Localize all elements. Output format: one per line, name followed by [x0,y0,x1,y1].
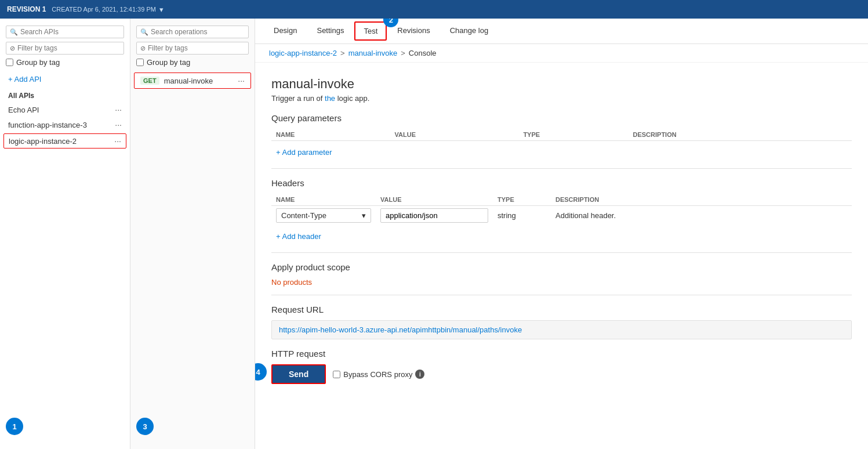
sidebar-search-box[interactable]: 🔍 [6,26,124,38]
sidebar-item-name: function-app-instance-3 [8,121,115,129]
header-col-name: NAME [271,194,376,206]
search-operations-input[interactable] [151,28,245,36]
group-by-tag-checkbox[interactable] [6,59,13,66]
echo-api-dots[interactable]: ··· [115,105,122,114]
middle-search-box[interactable]: 🔍 [136,26,249,38]
query-params-title: Query parameters [271,113,852,123]
header-row: Content-Type ▾ string Additional header. [271,206,852,226]
bypass-cors-label: Bypass CORS proxy [343,370,412,379]
bypass-cors-checkbox[interactable] [333,371,340,378]
top-bar: REVISION 1 CREATED Apr 6, 2021, 12:41:39… [0,0,868,19]
header-type-cell: string [493,206,551,226]
api-subtitle: Trigger a run of the logic app. [271,94,852,103]
all-apis-label: All APIs [0,87,130,102]
sidebar-item-function-app[interactable]: function-app-instance-3 ··· [0,117,130,132]
function-app-dots[interactable]: ··· [115,120,122,129]
filter-icon: ⊘ [10,45,15,52]
revision-dropdown-icon[interactable]: ▾ [159,5,164,14]
sidebar-item-name: Echo API [8,106,115,114]
content-type-select[interactable]: Content-Type ▾ [276,208,371,223]
tab-test[interactable]: Test 2 [354,21,387,41]
step-badge-3: 3 [136,418,154,435]
http-request-title: HTTP request [271,349,852,359]
created-label: CREATED Apr 6, 2021, 12:41:39 PM [52,6,156,13]
sidebar-item-echo-api[interactable]: Echo API ··· [0,102,130,117]
tab-settings[interactable]: Settings [307,20,353,42]
content-panel: Design Settings Test 2 Revisions Change … [255,19,868,449]
middle-group-by: Group by tag [136,58,249,67]
header-col-value: VALUE [376,194,493,206]
breadcrumb-sep-1: > [340,49,345,57]
col-type: TYPE [518,129,628,141]
content-type-input[interactable] [380,208,488,223]
no-products-label: No products [271,278,852,287]
add-parameter-label: + Add parameter [276,148,332,157]
send-button[interactable]: Send [271,364,326,384]
bypass-cors-container: Bypass CORS proxy i [333,370,424,379]
revision-label: REVISION 1 [7,5,46,13]
logic-app-dots[interactable]: ··· [114,136,121,146]
col-value: VALUE [390,129,519,141]
step-badge-4: 4 [255,363,267,381]
request-url-box: https://apim-hello-world-3.azure-api.net… [271,320,852,339]
operation-manual-invoke[interactable]: GET manual-invoke ··· [134,73,251,89]
info-icon[interactable]: i [415,370,424,379]
divider-1 [271,168,852,169]
group-by-label: Group by tag [16,58,60,67]
breadcrumb-part-2[interactable]: manual-invoke [348,49,398,57]
header-col-desc: DESCRIPTION [551,194,852,206]
middle-filter-tags-input[interactable] [148,44,245,52]
middle-filter-icon: ⊘ [140,45,146,52]
breadcrumb-part-1[interactable]: logic-app-instance-2 [269,49,337,57]
tabs-bar: Design Settings Test 2 Revisions Change … [255,19,868,44]
sidebar-item-name: logic-app-instance-2 [9,137,114,146]
divider-3 [271,295,852,295]
search-apis-input[interactable] [20,28,120,36]
content-type-value: Content-Type [281,211,326,220]
breadcrumb-sep-2: > [401,49,405,57]
middle-group-by-label: Group by tag [147,58,190,67]
headers-title: Headers [271,178,852,188]
header-col-type: TYPE [493,194,551,206]
divider-2 [271,252,852,253]
col-name: NAME [271,129,390,141]
breadcrumb-current: Console [409,49,437,57]
tab-design[interactable]: Design [264,20,306,42]
filter-by-tags-input[interactable] [17,44,120,52]
left-sidebar: 🔍 ⊘ Group by tag + Add API All APIs Echo… [0,19,130,449]
search-icon: 🔍 [10,28,18,36]
content-type-chevron: ▾ [362,211,366,220]
main-layout: 🔍 ⊘ Group by tag + Add API All APIs Echo… [0,19,868,449]
operation-dots[interactable]: ··· [238,76,245,85]
search-operations-icon: 🔍 [140,28,148,36]
sidebar-filter-box[interactable]: ⊘ [6,42,124,55]
step-badge-1: 1 [6,418,23,435]
api-title: manual-invoke [271,77,852,92]
send-row: 4 Send Bypass CORS proxy i [271,364,852,384]
add-api-button[interactable]: + Add API [0,71,130,87]
query-params-table: NAME VALUE TYPE DESCRIPTION [271,129,852,141]
product-scope-title: Apply product scope [271,262,852,272]
middle-panel: 🔍 ⊘ Group by tag GET manual-invoke ··· 3 [130,19,255,449]
tab-changelog[interactable]: Change log [441,20,498,42]
add-header-button[interactable]: + Add header [271,230,852,243]
add-header-label: + Add header [276,232,321,241]
operation-name: manual-invoke [164,77,238,85]
headers-table: NAME VALUE TYPE DESCRIPTION Content-Type… [271,194,852,225]
header-desc-cell: Additional header. [551,206,852,226]
middle-filter-box[interactable]: ⊘ [136,42,249,55]
add-api-label: + Add API [8,75,41,84]
breadcrumb: logic-app-instance-2 > manual-invoke > C… [255,44,868,63]
content-area: manual-invoke Trigger a run of the logic… [255,63,868,449]
request-url-title: Request URL [271,305,852,314]
subtitle-link[interactable]: the [325,94,335,103]
add-parameter-button[interactable]: + Add parameter [271,146,852,159]
sidebar-item-logic-app[interactable]: logic-app-instance-2 ··· [3,133,126,149]
col-description: DESCRIPTION [628,129,852,141]
sidebar-group-by: Group by tag [6,58,124,67]
operation-method: GET [140,77,159,85]
middle-group-by-checkbox[interactable] [136,59,144,66]
